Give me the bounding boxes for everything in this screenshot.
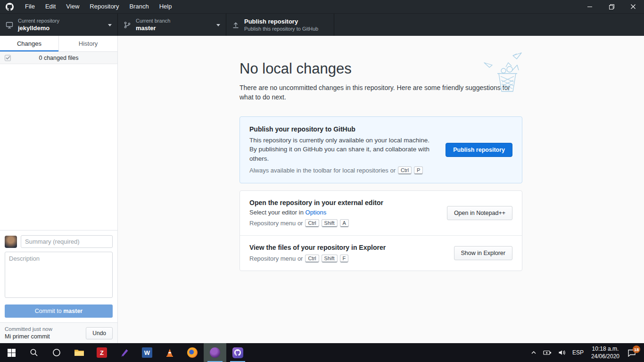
commit-status: Committed just now [5,326,86,332]
tab-history[interactable]: History [59,36,117,51]
cortana-icon [52,348,61,357]
language-indicator[interactable]: ESP [569,343,587,362]
pen-app-button[interactable] [113,343,136,362]
close-button[interactable] [622,0,644,13]
action-center-button[interactable]: 18 [624,343,642,362]
menu-bar: File Edit View Repository Branch Help [20,0,177,13]
show-in-explorer-button[interactable]: Show in Explorer [454,246,513,260]
toolbar: Current repository jekylldemo Current br… [0,13,644,36]
current-repository-button[interactable]: Current repository jekylldemo [0,14,118,36]
taskbar-clock[interactable]: 10:18 a.m. 24/06/2020 [587,345,624,360]
menu-help[interactable]: Help [154,0,177,13]
key-ctrl: Ctrl [305,255,319,263]
main-panel: No local changes There are no uncommitte… [118,36,644,343]
open-in-editor-button[interactable]: Open in Notepad++ [447,206,512,220]
open-editor-row: Open the repository in your external edi… [240,191,522,235]
current-branch-label: Current branch [136,18,213,24]
menu-repository[interactable]: Repository [84,0,124,13]
github-logo-icon [6,3,14,11]
undo-button[interactable]: Undo [86,327,113,339]
publish-suggestion-card: Publish your repository to GitHub This r… [239,116,522,184]
cone-app-button[interactable] [158,343,181,362]
notification-badge: 18 [633,346,640,353]
commit-button-branch: master [63,308,83,314]
purple-circle-app-button[interactable] [204,343,226,362]
show-in-explorer-row: View the files of your repository in Exp… [240,235,522,271]
options-link[interactable]: Options [305,209,327,216]
publish-card-hint: Always available in the toolbar for loca… [249,166,434,174]
app-body: Changes History 0 changed files Commit [0,36,644,343]
hint-text: Repository menu or [249,255,303,262]
editor-row-title: Open the repository in your external edi… [249,199,436,206]
key-shift: Shift [322,219,338,227]
purple-circle-app-icon [210,347,220,358]
battery-icon [543,349,552,356]
restore-icon [609,4,614,9]
menu-file[interactable]: File [20,0,40,13]
changes-list-empty [0,64,117,230]
cortana-button[interactable] [45,343,68,362]
publish-toolbar-title: Publish repository [244,18,328,25]
word-app-button[interactable]: W [136,343,158,362]
publish-repository-button[interactable]: Publish repository [446,143,512,157]
tab-changes[interactable]: Changes [0,36,59,51]
no-changes-illustration [480,51,525,95]
search-icon [30,348,38,357]
publish-card-title: Publish your repository to GitHub [249,125,434,133]
clock-time: 10:18 a.m. [591,345,619,353]
undo-commit-bar: Committed just now Mi primer commit Undo [0,322,117,343]
hidden-icons-button[interactable] [528,343,540,362]
titlebar: File Edit View Repository Branch Help [0,0,644,13]
windows-taskbar: Z W [0,343,644,362]
start-button[interactable] [0,343,23,362]
github-desktop-window: File Edit View Repository Branch Help [0,0,644,362]
minimize-button[interactable] [579,0,601,13]
commit-button-prefix: Commit to [35,308,62,314]
sidebar-tabs: Changes History [0,36,117,52]
speaker-icon [558,349,566,356]
battery-tray-button[interactable] [540,343,555,362]
check-icon [6,56,10,60]
pen-icon [120,348,129,357]
select-all-checkbox[interactable] [5,55,11,61]
orange-cone-icon [165,348,174,357]
sidebar: Changes History 0 changed files Commit [0,36,118,343]
github-desktop-button[interactable] [226,343,249,362]
volume-tray-button[interactable] [555,343,569,362]
minimize-icon [587,7,592,7]
windows-logo-icon [8,349,16,357]
zotero-app-button[interactable]: Z [91,343,113,362]
key-ctrl: Ctrl [398,166,412,174]
hint-text: Always available in the toolbar for loca… [249,167,396,174]
key-ctrl: Ctrl [305,219,319,227]
clock-date: 24/06/2020 [591,353,619,360]
folder-icon [74,348,84,357]
word-icon: W [142,347,152,358]
publish-repository-toolbar-button[interactable]: Publish repository Publish this reposito… [226,14,334,36]
avatar [5,236,17,248]
menu-view[interactable]: View [61,0,84,13]
hint-text: Repository menu or [249,220,303,227]
key-shift: Shift [322,255,338,263]
suggestions-card: Open the repository in your external edi… [239,190,522,271]
github-desktop-icon [232,347,243,358]
taskbar-search-button[interactable] [23,343,45,362]
explorer-row-title: View the files of your repository in Exp… [249,244,443,251]
menu-branch[interactable]: Branch [124,0,154,13]
commit-summary-input[interactable] [21,235,113,248]
publish-card-body: This repository is currently only availa… [249,136,434,164]
firefox-button[interactable] [181,343,204,362]
menu-edit[interactable]: Edit [40,0,61,13]
chevron-down-icon [216,24,220,28]
restore-button[interactable] [601,0,622,13]
current-branch-button[interactable]: Current branch master [118,14,226,36]
changed-files-header: 0 changed files [0,52,117,64]
editor-select-line: Select your editor in Options [249,209,436,216]
publish-toolbar-subtitle: Publish this repository to GitHub [244,26,328,32]
file-explorer-button[interactable] [68,343,91,362]
chevron-up-icon [531,350,537,355]
commit-to-master-button[interactable]: Commit to master [5,304,113,318]
current-repository-label: Current repository [18,18,104,24]
publish-arrow-icon [232,21,239,29]
commit-description-input[interactable] [5,252,113,298]
